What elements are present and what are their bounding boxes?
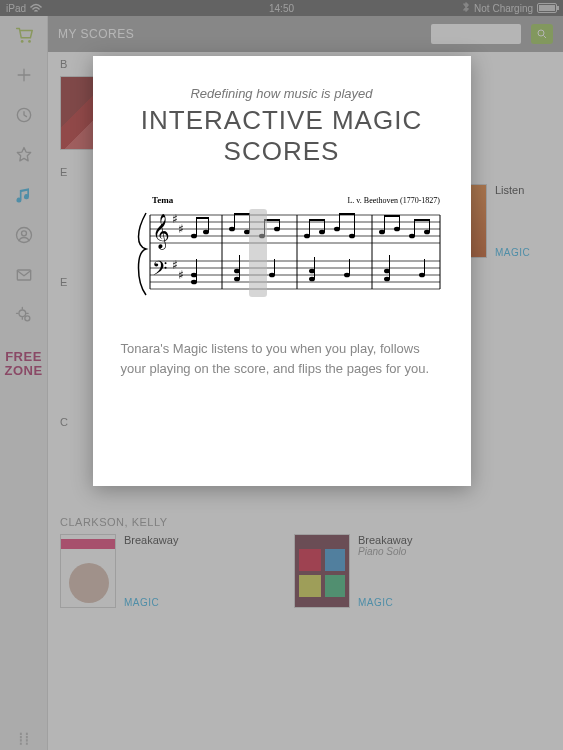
svg-rect-36 <box>234 213 235 229</box>
svg-rect-59 <box>384 215 400 217</box>
svg-rect-70 <box>239 255 240 279</box>
svg-rect-80 <box>389 255 390 279</box>
svg-rect-46 <box>309 219 310 236</box>
svg-rect-51 <box>339 213 340 229</box>
playback-cursor <box>249 209 267 297</box>
svg-rect-82 <box>424 259 425 275</box>
svg-rect-33 <box>208 217 209 232</box>
svg-rect-31 <box>196 219 197 236</box>
svg-rect-56 <box>384 215 385 232</box>
onboarding-modal: Redefining how music is played INTERACTI… <box>93 56 471 486</box>
svg-rect-34 <box>196 217 209 219</box>
modal-overlay[interactable]: Redefining how music is played INTERACTI… <box>0 0 563 750</box>
svg-rect-61 <box>414 219 415 236</box>
svg-rect-39 <box>234 213 250 215</box>
svg-rect-75 <box>314 257 315 279</box>
svg-text:𝄢: 𝄢 <box>152 258 167 284</box>
svg-rect-54 <box>339 213 355 215</box>
modal-body: Tonara's Magic listens to you when you p… <box>121 339 443 378</box>
modal-title: INTERACTIVE MAGIC SCORES <box>121 105 443 167</box>
score-label-right: L. v. Beethoven (1770-1827) <box>347 196 440 205</box>
svg-rect-53 <box>354 213 355 236</box>
svg-rect-72 <box>274 259 275 275</box>
svg-rect-58 <box>399 215 400 229</box>
svg-text:𝄞: 𝄞 <box>152 214 170 250</box>
svg-rect-64 <box>414 219 430 221</box>
svg-rect-67 <box>196 259 197 282</box>
svg-rect-77 <box>349 259 350 275</box>
modal-tagline: Redefining how music is played <box>121 86 443 101</box>
svg-rect-49 <box>309 219 325 221</box>
svg-text:♯: ♯ <box>178 268 184 282</box>
svg-text:♯: ♯ <box>178 222 184 236</box>
score-sample-image: Tema L. v. Beethoven (1770-1827) <box>121 191 443 311</box>
score-label-left: Tema <box>152 195 174 205</box>
